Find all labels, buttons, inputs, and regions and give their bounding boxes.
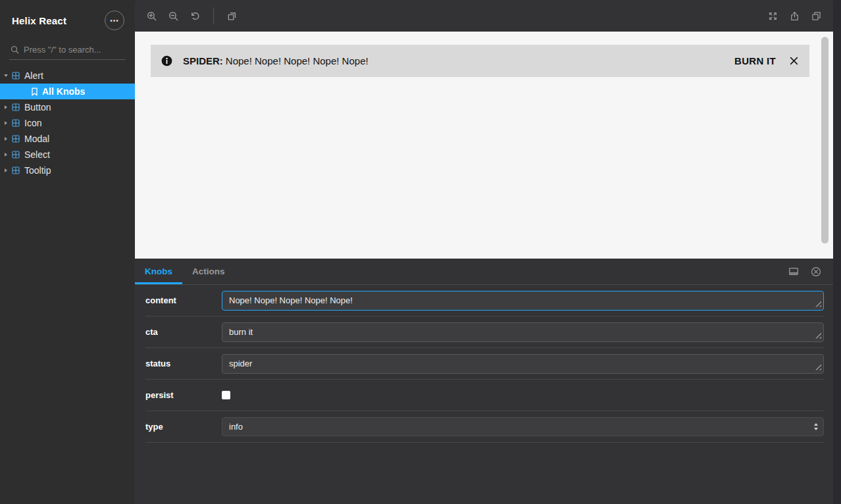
sidebar: Helix React ••• Alert [0,0,135,504]
zoom-in-icon[interactable] [145,10,158,22]
sidebar-item-icon[interactable]: Icon [0,115,135,131]
sidebar-item-tooltip[interactable]: Tooltip [0,163,135,178]
canvas-scrollbar-thumb[interactable] [821,37,828,243]
caret-right-icon[interactable] [3,137,9,141]
alert-message-text: Nope! Nope! Nope! Nope! Nope! [226,55,369,66]
info-icon [161,55,172,66]
open-in-new-tab-icon[interactable] [810,10,823,22]
zoom-out-icon[interactable] [167,10,180,22]
caret-right-icon[interactable] [3,105,9,109]
knob-row-cta: cta burn it [145,316,824,348]
sidebar-item-modal[interactable]: Modal [0,131,135,147]
knob-type-select[interactable]: info [222,417,824,436]
caret-down-icon[interactable] [3,74,9,78]
knob-row-type: type info [145,411,824,443]
knob-content-input[interactable]: Nope! Nope! Nope! Nope! Nope! [222,291,824,311]
share-icon[interactable] [788,10,801,22]
ellipsis-menu-icon: ••• [110,17,119,24]
preview-canvas: SPIDER:Nope! Nope! Nope! Nope! Nope! BUR… [135,32,833,259]
component-icon [12,135,20,143]
knob-label: cta [145,327,222,337]
caret-right-icon[interactable] [3,153,9,157]
component-icon [12,119,20,127]
alert-status-prefix: SPIDER: [183,55,223,66]
main-area: SPIDER:Nope! Nope! Nope! Nope! Nope! BUR… [135,0,841,504]
panel-position-icon[interactable] [788,259,799,284]
knob-status-input[interactable]: spider [222,354,824,374]
close-panel-icon[interactable] [811,259,821,284]
sidebar-item-label: Tooltip [24,165,51,176]
background-icon[interactable] [226,10,238,22]
tab-knobs[interactable]: Knobs [135,259,182,284]
knob-label: content [145,295,222,305]
knob-row-status: status spider [145,348,824,380]
knob-label: type [145,422,222,432]
addons-panel: Knobs Actions content [135,259,833,504]
sidebar-search[interactable] [9,42,126,60]
sidebar-item-label: Button [24,102,51,113]
stories-tree: Alert All Knobs Button [0,68,135,178]
sidebar-item-alert[interactable]: Alert [0,68,135,84]
app-title: Helix React [12,15,66,26]
component-icon [12,72,20,80]
alert-message: SPIDER:Nope! Nope! Nope! Nope! Nope! [183,55,369,66]
alert-close-button[interactable] [789,56,799,66]
search-input[interactable] [24,45,126,55]
knob-row-content: content Nope! Nope! Nope! Nope! Nope! [145,285,824,316]
knob-row-persist: persist [145,380,824,411]
sidebar-item-all-knobs[interactable]: All Knobs [0,84,135,99]
component-icon [12,151,20,159]
knob-cta-input[interactable]: burn it [222,322,824,342]
toolbar-divider [213,7,214,24]
close-icon [789,56,799,66]
sidebar-item-label: All Knobs [42,86,85,97]
caret-right-icon[interactable] [3,121,9,125]
alert-cta-button[interactable]: BURN IT [734,55,776,66]
sidebar-item-label: Modal [24,134,49,144]
canvas-toolbar [135,0,833,32]
sidebar-menu-button[interactable]: ••• [105,11,124,30]
knob-label: status [145,359,222,368]
sidebar-header: Helix React ••• [0,0,135,37]
sidebar-item-label: Icon [24,118,41,128]
component-icon [12,166,20,174]
component-icon [12,103,20,111]
sidebar-item-label: Select [24,149,50,160]
knob-label: persist [145,390,222,400]
sidebar-item-label: Alert [24,70,43,81]
sidebar-item-button[interactable]: Button [0,99,135,115]
alert-component: SPIDER:Nope! Nope! Nope! Nope! Nope! BUR… [151,45,809,77]
fullscreen-icon[interactable] [767,10,779,22]
zoom-reset-icon[interactable] [189,10,201,22]
search-icon [11,45,19,54]
preview-container: SPIDER:Nope! Nope! Nope! Nope! Nope! BUR… [135,0,833,259]
sidebar-item-select[interactable]: Select [0,147,135,163]
knob-persist-checkbox[interactable] [222,391,230,399]
bookmark-icon [31,88,38,96]
panel-tabbar: Knobs Actions [135,259,833,285]
tab-actions[interactable]: Actions [182,259,235,284]
caret-right-icon[interactable] [3,168,9,172]
